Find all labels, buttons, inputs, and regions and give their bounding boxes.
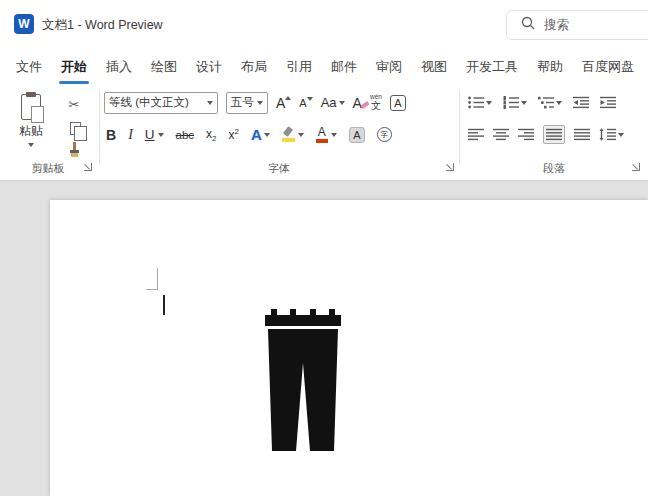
clipboard-group-label: 剪贴板 [0,161,96,176]
clipboard-dialog-launcher[interactable] [84,163,92,171]
bullet-list-icon [468,96,484,109]
clear-formatting-button[interactable]: A [353,95,362,111]
word-logo-icon[interactable]: W [14,14,34,34]
multilevel-list-button[interactable] [538,96,562,109]
grow-font-letter: A [276,95,285,111]
enclose-character-button[interactable]: 字 [377,127,392,142]
numbered-list-icon [503,96,519,109]
increase-indent-icon [600,96,616,109]
search-placeholder: 搜索 [544,17,569,34]
underline-button[interactable]: U [145,127,164,142]
superscript-button[interactable]: x2 [229,128,239,142]
tab-home[interactable]: 开始 [61,50,87,84]
justify-button[interactable] [543,125,565,144]
underline-dropdown-arrow [158,133,164,137]
font-size-combobox[interactable]: 五号 [226,92,268,114]
decrease-indent-button[interactable] [573,96,589,109]
tab-view[interactable]: 视图 [421,50,447,84]
distributed-button[interactable] [574,128,590,141]
tab-baidu-netdisk[interactable]: 百度网盘 [582,50,634,84]
change-case-letters: Aa [321,95,337,110]
text-effects-letter: A [251,126,262,143]
search-box[interactable]: 搜索 [506,10,648,40]
tab-review[interactable]: 审阅 [376,50,402,84]
shrink-font-letter: A [299,97,306,109]
text-cursor [163,295,165,315]
align-left-button[interactable] [468,128,484,141]
group-divider [99,90,100,164]
multilevel-list-icon [538,96,554,109]
grow-font-arrow-icon [285,96,291,100]
tab-layout[interactable]: 布局 [241,50,267,84]
tab-insert[interactable]: 插入 [106,50,132,84]
format-painter-button[interactable] [62,139,86,159]
change-case-button[interactable]: Aa [321,95,345,110]
scissors-icon: ✂ [69,97,80,112]
shrink-font-button[interactable]: A [299,97,312,109]
clear-formatting-letter: A [353,95,362,111]
numbering-button[interactable] [503,96,527,109]
cut-button[interactable]: ✂ [62,94,86,114]
search-icon [521,16,535,34]
paragraph-dialog-launcher[interactable] [632,163,640,171]
tab-help[interactable]: 帮助 [537,50,563,84]
group-divider [459,90,460,164]
text-effects-button[interactable]: A [251,126,270,143]
align-center-icon [493,128,509,141]
character-shading-button[interactable]: A [349,127,365,143]
font-name-value: 等线 (中文正文) [109,95,189,110]
font-size-dropdown-arrow[interactable] [257,101,263,105]
bullets-dropdown-arrow [486,101,492,105]
subscript-button[interactable]: x2 [206,127,216,143]
document-page[interactable] [50,200,648,496]
tab-developer[interactable]: 开发工具 [466,50,518,84]
font-group-label: 字体 [100,161,458,176]
phonetic-guide-button[interactable]: wén 文 [370,94,382,111]
highlight-dropdown-arrow [298,133,304,137]
font-size-value: 五号 [231,95,254,110]
decrease-indent-icon [573,96,589,109]
tab-file[interactable]: 文件 [16,50,42,84]
align-right-icon [518,128,534,141]
line-spacing-dropdown-arrow [618,133,624,137]
paragraph-group-label: 段落 [460,161,648,176]
tab-mailings[interactable]: 邮件 [331,50,357,84]
line-spacing-icon [599,128,616,141]
paste-label: 粘贴 [19,123,43,140]
character-border-button[interactable]: A [390,95,406,111]
font-name-combobox[interactable]: 等线 (中文正文) [104,92,218,114]
align-right-button[interactable] [518,128,534,141]
text-effects-dropdown-arrow [264,133,270,137]
tab-design[interactable]: 设计 [196,50,222,84]
window-title: 文档1 - Word Preview [42,17,163,34]
highlighter-icon [282,127,295,142]
document-canvas [0,181,648,496]
copy-button[interactable] [62,117,86,137]
multilevel-dropdown-arrow [556,101,562,105]
align-center-button[interactable] [493,128,509,141]
paste-button[interactable]: 粘贴 [8,90,54,157]
margin-crop-mark [146,268,158,290]
highlight-color-button[interactable] [282,127,304,142]
strikethrough-button[interactable]: abc [176,129,195,141]
paste-dropdown-arrow[interactable] [28,143,34,147]
format-painter-icon [70,142,79,157]
bullets-button[interactable] [468,96,492,109]
line-spacing-button[interactable] [599,128,624,141]
font-color-button[interactable]: A [316,127,337,143]
change-case-dropdown-arrow [339,101,345,105]
bold-button[interactable]: B [106,127,116,143]
pants-image[interactable] [265,309,341,451]
grow-font-button[interactable]: A [276,95,291,111]
numbering-dropdown-arrow [521,101,527,105]
font-dialog-launcher[interactable] [446,163,454,171]
phonetic-character: 文 [371,101,381,111]
italic-button[interactable]: I [128,127,133,143]
font-name-dropdown-arrow[interactable] [207,101,213,105]
tab-references[interactable]: 引用 [286,50,312,84]
increase-indent-button[interactable] [600,96,616,109]
subscript-mark: 2 [212,134,216,143]
tab-draw[interactable]: 绘图 [151,50,177,84]
align-left-icon [468,128,484,141]
font-color-dropdown-arrow [331,133,337,137]
